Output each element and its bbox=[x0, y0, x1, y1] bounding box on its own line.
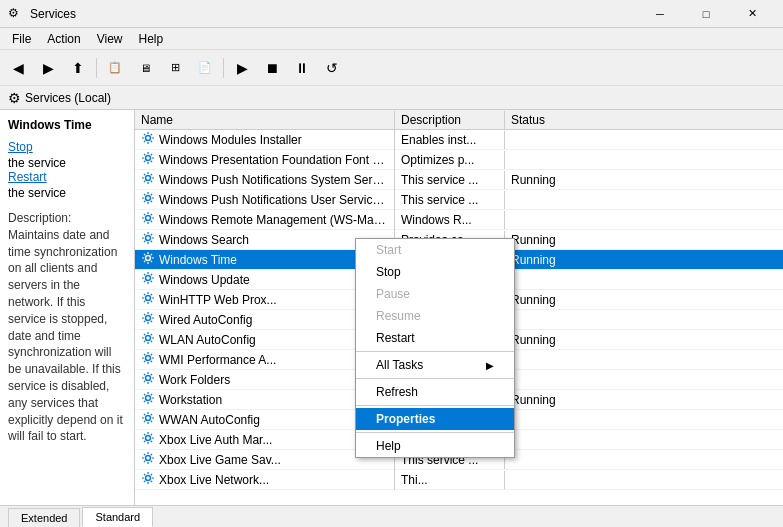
menu-file[interactable]: File bbox=[4, 30, 39, 48]
table-header: Name Description Status bbox=[135, 110, 783, 130]
svg-point-12 bbox=[146, 376, 151, 381]
service-status: Running bbox=[505, 391, 585, 409]
svg-point-7 bbox=[146, 276, 151, 281]
context-menu-item-properties[interactable]: Properties bbox=[356, 408, 514, 430]
service-status bbox=[505, 278, 585, 282]
tab-standard[interactable]: Standard bbox=[82, 507, 153, 527]
service-icon bbox=[141, 331, 155, 348]
header-desc[interactable]: Description bbox=[395, 111, 505, 129]
service-status: Running bbox=[505, 331, 585, 349]
stop-service-button[interactable]: ⏹ bbox=[258, 54, 286, 82]
bottom-tabs: Extended Standard bbox=[0, 505, 783, 527]
maximize-button[interactable]: □ bbox=[683, 0, 729, 28]
context-menu: StartStopPauseResumeRestartAll Tasks▶Ref… bbox=[355, 238, 515, 458]
minimize-button[interactable]: ─ bbox=[637, 0, 683, 28]
table-row[interactable]: Windows Presentation Foundation Font Cac… bbox=[135, 150, 783, 170]
menu-view[interactable]: View bbox=[89, 30, 131, 48]
service-name: Windows Presentation Foundation Font Cac… bbox=[135, 149, 395, 170]
submenu-arrow-icon: ▶ bbox=[486, 360, 494, 371]
stop-link[interactable]: Stop bbox=[8, 140, 126, 154]
tab-extended[interactable]: Extended bbox=[8, 508, 80, 527]
svg-point-4 bbox=[146, 216, 151, 221]
service-icon bbox=[141, 291, 155, 308]
left-panel: Windows Time Stop the service Restart th… bbox=[0, 110, 135, 505]
context-menu-item-stop[interactable]: Stop bbox=[356, 261, 514, 283]
service-icon bbox=[141, 411, 155, 428]
svg-point-6 bbox=[146, 256, 151, 261]
service-icon bbox=[141, 371, 155, 388]
context-menu-item-restart[interactable]: Restart bbox=[356, 327, 514, 349]
context-menu-label: Restart bbox=[376, 331, 415, 345]
menu-action[interactable]: Action bbox=[39, 30, 88, 48]
service-icon bbox=[141, 211, 155, 228]
service-status bbox=[505, 158, 585, 162]
service-desc: This service ... bbox=[395, 171, 505, 189]
context-menu-item-help[interactable]: Help bbox=[356, 435, 514, 457]
context-menu-item-resume: Resume bbox=[356, 305, 514, 327]
context-menu-label: Stop bbox=[376, 265, 401, 279]
header-status[interactable]: Status bbox=[505, 111, 585, 129]
scope-button[interactable]: 🖥 bbox=[131, 54, 159, 82]
table-row[interactable]: Windows Push Notifications User Service_… bbox=[135, 190, 783, 210]
service-icon bbox=[141, 471, 155, 488]
context-menu-item-refresh[interactable]: Refresh bbox=[356, 381, 514, 403]
start-service-button[interactable]: ▶ bbox=[228, 54, 256, 82]
table-row[interactable]: Windows Push Notifications System Servic… bbox=[135, 170, 783, 190]
close-button[interactable]: ✕ bbox=[729, 0, 775, 28]
header-name[interactable]: Name bbox=[135, 111, 395, 129]
svg-point-16 bbox=[146, 456, 151, 461]
menu-help[interactable]: Help bbox=[131, 30, 172, 48]
service-desc: Optimizes p... bbox=[395, 151, 505, 169]
service-icon bbox=[141, 251, 155, 268]
service-status: Running bbox=[505, 291, 585, 309]
service-name: Windows Push Notifications System Servic… bbox=[135, 169, 395, 190]
context-menu-label: Help bbox=[376, 439, 401, 453]
service-icon bbox=[141, 351, 155, 368]
address-bar: ⚙ Services (Local) bbox=[0, 86, 783, 110]
restart-action: Restart the service bbox=[8, 170, 126, 200]
table-row[interactable]: Windows Remote Management (WS-Manag...Wi… bbox=[135, 210, 783, 230]
forward-button[interactable]: ▶ bbox=[34, 54, 62, 82]
svg-point-5 bbox=[146, 236, 151, 241]
table-row[interactable]: Windows Modules InstallerEnables inst... bbox=[135, 130, 783, 150]
service-status: Running bbox=[505, 231, 585, 249]
restart-suffix: the service bbox=[8, 186, 66, 200]
service-desc: Enables inst... bbox=[395, 131, 505, 149]
show-hide-button[interactable]: 📋 bbox=[101, 54, 129, 82]
service-status bbox=[505, 418, 585, 422]
svg-point-0 bbox=[146, 136, 151, 141]
stop-suffix: the service bbox=[8, 156, 66, 170]
svg-point-15 bbox=[146, 436, 151, 441]
title-bar: ⚙ Services ─ □ ✕ bbox=[0, 0, 783, 28]
service-status bbox=[505, 218, 585, 222]
context-menu-label: Properties bbox=[376, 412, 435, 426]
service-icon bbox=[141, 171, 155, 188]
service-icon bbox=[141, 431, 155, 448]
properties-button[interactable]: 📄 bbox=[191, 54, 219, 82]
context-menu-separator bbox=[356, 432, 514, 433]
service-icon bbox=[141, 231, 155, 248]
new-window-button[interactable]: ⊞ bbox=[161, 54, 189, 82]
restart-service-button[interactable]: ↺ bbox=[318, 54, 346, 82]
title-bar-controls: ─ □ ✕ bbox=[637, 0, 775, 28]
service-desc: Thi... bbox=[395, 471, 505, 489]
restart-link[interactable]: Restart bbox=[8, 170, 126, 184]
context-menu-separator bbox=[356, 378, 514, 379]
context-menu-item-start: Start bbox=[356, 239, 514, 261]
service-status bbox=[505, 198, 585, 202]
up-button[interactable]: ⬆ bbox=[64, 54, 92, 82]
svg-point-8 bbox=[146, 296, 151, 301]
service-name: Windows Modules Installer bbox=[135, 130, 395, 150]
svg-point-9 bbox=[146, 316, 151, 321]
context-menu-separator bbox=[356, 405, 514, 406]
service-icon bbox=[141, 271, 155, 288]
context-menu-item-all-tasks[interactable]: All Tasks▶ bbox=[356, 354, 514, 376]
table-row[interactable]: Xbox Live Network...Thi... bbox=[135, 470, 783, 490]
context-menu-item-pause: Pause bbox=[356, 283, 514, 305]
separator-1 bbox=[96, 58, 97, 78]
app-icon: ⚙ bbox=[8, 6, 24, 22]
context-menu-label: Pause bbox=[376, 287, 410, 301]
context-menu-label: All Tasks bbox=[376, 358, 423, 372]
back-button[interactable]: ◀ bbox=[4, 54, 32, 82]
pause-service-button[interactable]: ⏸ bbox=[288, 54, 316, 82]
